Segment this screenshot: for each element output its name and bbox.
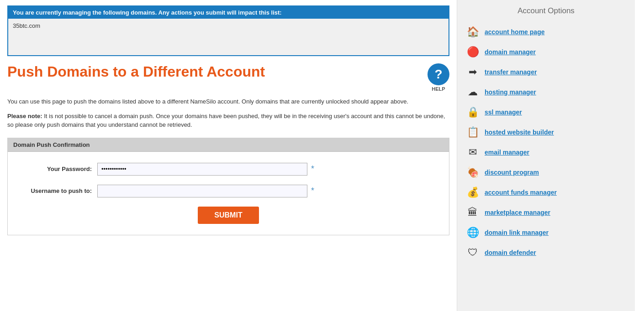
transfer-manager-icon: ➡ (465, 65, 480, 79)
sidebar: Account Options 🏠account home page🔴domai… (457, 0, 635, 311)
account-funds-manager-icon: 💰 (465, 185, 480, 200)
submit-row: SUBMIT (15, 207, 442, 224)
password-input-wrap: * (97, 163, 314, 176)
sidebar-item-domain-manager[interactable]: 🔴domain manager (457, 42, 635, 62)
marketplace-manager-label: marketplace manager (485, 209, 550, 216)
help-label: HELP (432, 86, 445, 92)
page-description: You can use this page to push the domain… (7, 97, 449, 106)
page-title-row: Push Domains to a Different Account ? HE… (7, 63, 449, 92)
sidebar-title: Account Options (457, 6, 635, 16)
email-manager-icon: ✉ (465, 145, 480, 160)
note-bold: Please note: (7, 113, 42, 119)
note-text: It is not possible to cancel a domain pu… (7, 113, 445, 129)
sidebar-item-ssl-manager[interactable]: 🔒ssl manager (457, 102, 635, 122)
hosting-manager-label: hosting manager (485, 88, 536, 96)
domain-manager-icon: 🔴 (465, 45, 480, 59)
username-row: Username to push to: * (15, 185, 442, 197)
main-content: You are currently managing the following… (0, 0, 457, 311)
page-note: Please note: It is not possible to cance… (7, 112, 449, 130)
account-home-icon: 🏠 (465, 25, 480, 39)
sidebar-item-hosting-manager[interactable]: ☁hosting manager (457, 82, 635, 102)
username-input-wrap: * (97, 185, 314, 197)
sidebar-item-transfer-manager[interactable]: ➡transfer manager (457, 62, 635, 82)
domain-link-manager-icon: 🌐 (465, 225, 480, 240)
username-label: Username to push to: (15, 187, 97, 194)
domain-defender-icon: 🛡 (465, 245, 480, 260)
domain-notice-header: You are currently managing the following… (8, 6, 449, 19)
help-button[interactable]: ? HELP (428, 63, 449, 92)
sidebar-item-hosted-website-builder[interactable]: 📋hosted website builder (457, 122, 635, 142)
sidebar-item-account-funds-manager[interactable]: 💰account funds manager (457, 182, 635, 202)
domain-defender-label: domain defender (485, 249, 536, 256)
sidebar-items-container: 🏠account home page🔴domain manager➡transf… (457, 22, 635, 263)
discount-program-label: discount program (485, 169, 539, 176)
sidebar-item-marketplace-manager[interactable]: 🏛marketplace manager (457, 202, 635, 223)
help-circle-icon[interactable]: ? (428, 63, 449, 85)
account-funds-manager-label: account funds manager (485, 189, 557, 196)
domain-manager-label: domain manager (485, 48, 536, 56)
domain-notice-body: 35btc.com (8, 19, 449, 55)
discount-program-icon: 🍖 (465, 165, 480, 180)
ssl-manager-label: ssl manager (485, 109, 522, 116)
marketplace-manager-icon: 🏛 (465, 205, 480, 220)
domain-push-form: Domain Push Confirmation Your Password: … (7, 138, 449, 235)
sidebar-item-domain-link-manager[interactable]: 🌐domain link manager (457, 223, 635, 243)
username-input[interactable] (97, 185, 307, 197)
domain-link-manager-label: domain link manager (485, 229, 549, 236)
page-title: Push Domains to a Different Account (7, 63, 265, 80)
password-row: Your Password: * (15, 163, 442, 176)
domain-name: 35btc.com (13, 22, 40, 29)
hosted-website-builder-icon: 📋 (465, 125, 480, 140)
submit-button[interactable]: SUBMIT (198, 207, 259, 224)
ssl-manager-icon: 🔒 (465, 105, 480, 119)
hosted-website-builder-label: hosted website builder (485, 129, 554, 136)
notice-header-text: You are currently managing the following… (13, 9, 282, 16)
username-required-star: * (311, 186, 314, 196)
sidebar-item-domain-defender[interactable]: 🛡domain defender (457, 243, 635, 263)
hosting-manager-icon: ☁ (465, 85, 480, 99)
transfer-manager-label: transfer manager (485, 68, 537, 76)
form-section-body: Your Password: * Username to push to: * … (8, 152, 449, 235)
password-label: Your Password: (15, 166, 97, 172)
password-required-star: * (311, 164, 314, 174)
account-home-label: account home page (485, 28, 544, 36)
email-manager-label: email manager (485, 149, 529, 156)
sidebar-item-account-home[interactable]: 🏠account home page (457, 22, 635, 42)
password-input[interactable] (97, 163, 307, 176)
sidebar-item-discount-program[interactable]: 🍖discount program (457, 162, 635, 182)
domain-notice: You are currently managing the following… (7, 5, 449, 56)
sidebar-item-email-manager[interactable]: ✉email manager (457, 142, 635, 162)
form-section-header: Domain Push Confirmation (8, 138, 449, 152)
